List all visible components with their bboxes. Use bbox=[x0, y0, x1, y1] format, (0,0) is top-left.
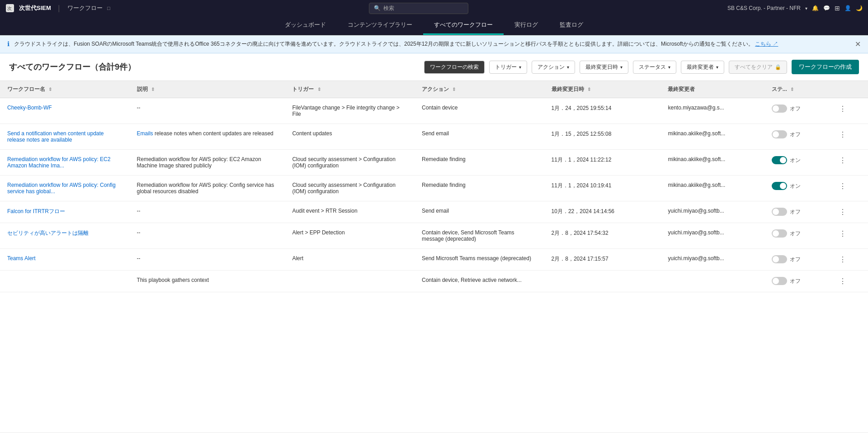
cell-status: オフ bbox=[764, 124, 829, 150]
chevron-down-icon[interactable]: ▾ bbox=[805, 6, 807, 11]
nav-execution-log[interactable]: 実行ログ bbox=[504, 16, 549, 35]
trigger-chevron-icon: ▾ bbox=[519, 65, 521, 70]
cell-status: オフ bbox=[764, 223, 829, 249]
cell-modified-date: 11月．1，2024 10:19:41 bbox=[544, 176, 661, 201]
col-header-modifier[interactable]: 最終変更者 bbox=[660, 81, 764, 98]
modifier-btn-label: 最終変更者 bbox=[687, 63, 714, 71]
banner-link[interactable]: こちら ↗ bbox=[755, 41, 778, 47]
sort-trigger-icon: ⇕ bbox=[317, 87, 321, 92]
cell-status: オン bbox=[764, 150, 829, 176]
nav-icon: □ bbox=[107, 5, 110, 11]
modifier-filter-button[interactable]: 最終変更者 ▾ bbox=[681, 61, 724, 74]
theme-icon[interactable]: 🌙 bbox=[856, 5, 863, 11]
table-row: セビリティが高いアラートは隔離 -- Alert > EPP Detection… bbox=[0, 223, 868, 249]
status-toggle[interactable] bbox=[772, 277, 787, 285]
nav-dashboard[interactable]: ダッシュボード bbox=[274, 16, 337, 35]
apps-icon[interactable]: ⊞ bbox=[835, 5, 840, 12]
nav-divider: │ bbox=[57, 5, 61, 12]
nav-all-workflows[interactable]: すべてのワークフロー bbox=[423, 16, 504, 35]
cell-menu: ⋮ bbox=[829, 249, 868, 271]
cell-modified-date: 1月．15，2025 12:55:08 bbox=[544, 124, 661, 150]
page-content: すべてのワークフロー（合計9件） ワークフローの検索 トリガー ▾ アクション … bbox=[0, 53, 868, 432]
date-chevron-icon: ▾ bbox=[620, 65, 623, 70]
search-box[interactable]: 🔍 検索 bbox=[369, 3, 468, 14]
sort-date-icon: ⇕ bbox=[587, 87, 591, 92]
cell-status: オン bbox=[764, 176, 829, 201]
status-toggle[interactable] bbox=[772, 156, 787, 164]
toggle-container: オフ bbox=[772, 130, 822, 138]
col-header-trigger[interactable]: トリガー ⇕ bbox=[285, 81, 415, 98]
workflow-name-link[interactable]: Teams Alert bbox=[7, 255, 36, 262]
toggle-knob bbox=[773, 278, 779, 284]
toggle-container: オン bbox=[772, 156, 822, 164]
trigger-filter-button[interactable]: トリガー ▾ bbox=[489, 61, 527, 74]
cell-action: Remediate finding bbox=[415, 150, 544, 176]
status-toggle[interactable] bbox=[772, 229, 787, 238]
col-header-modified-date[interactable]: 最終変更日時 ⇕ bbox=[544, 81, 661, 98]
col-header-status[interactable]: ステ... ⇕ bbox=[764, 81, 829, 98]
cell-modifier: yuichi.miyao@g.softb... bbox=[660, 249, 764, 271]
cell-workflow-name: セビリティが高いアラートは隔離 bbox=[0, 223, 130, 249]
row-menu-button[interactable]: ⋮ bbox=[836, 255, 849, 264]
toggle-knob bbox=[780, 183, 786, 189]
row-menu-button[interactable]: ⋮ bbox=[836, 104, 849, 114]
clear-all-button[interactable]: すべてをクリア 🔒 bbox=[729, 61, 787, 74]
status-filter-button[interactable]: ステータス ▾ bbox=[633, 61, 676, 74]
status-toggle[interactable] bbox=[772, 130, 787, 138]
search-icon: 🔍 bbox=[374, 5, 381, 11]
toggle-container: オフ bbox=[772, 255, 822, 263]
status-toggle[interactable] bbox=[772, 105, 787, 113]
cell-workflow-name: Remediation workflow for AWS policy: EC2… bbox=[0, 150, 130, 176]
banner-close-button[interactable]: ✕ bbox=[855, 40, 861, 48]
row-menu-button[interactable]: ⋮ bbox=[836, 181, 849, 191]
table-row: Teams Alert -- Alert Send Microsoft Team… bbox=[0, 249, 868, 271]
col-header-description[interactable]: 説明 ⇕ bbox=[130, 81, 285, 98]
workflow-name-link[interactable]: Remediation workflow for AWS policy: EC2… bbox=[7, 156, 110, 169]
workflow-name-link[interactable]: Send a notification when content update … bbox=[7, 130, 104, 143]
cell-trigger: FileVantage change > File integrity chan… bbox=[285, 98, 415, 124]
workflow-name-link[interactable]: セビリティが高いアラートは隔離 bbox=[7, 230, 89, 236]
nav-audit-log[interactable]: 監査ログ bbox=[549, 16, 594, 35]
main-navigation: ダッシュボード コンテンツライブラリー すべてのワークフロー 実行ログ 監査ログ bbox=[0, 16, 868, 35]
cell-trigger: Alert > EPP Detection bbox=[285, 223, 415, 249]
top-right-icons: SB C&S Corp. - Partner - NFR ▾ 🔔 💬 ⊞ 👤 🌙 bbox=[727, 5, 863, 12]
workflow-name-link[interactable]: Cheeky-Bomb-WF bbox=[7, 105, 52, 111]
status-toggle[interactable] bbox=[772, 182, 787, 190]
toggle-knob bbox=[773, 209, 779, 215]
cell-description: This playbook gathers context bbox=[130, 271, 285, 292]
create-workflow-button[interactable]: ワークフローの作成 bbox=[792, 60, 859, 74]
bell-icon[interactable]: 🔔 bbox=[812, 5, 819, 11]
search-placeholder: 検索 bbox=[383, 5, 394, 12]
toggle-knob bbox=[780, 157, 786, 163]
toggle-label: オフ bbox=[790, 208, 801, 216]
cell-modifier: kento.miyazawa@g.s... bbox=[660, 98, 764, 124]
status-toggle[interactable] bbox=[772, 208, 787, 216]
row-menu-button[interactable]: ⋮ bbox=[836, 156, 849, 165]
table-row: Remediation workflow for AWS policy: EC2… bbox=[0, 150, 868, 176]
date-btn-label: 最終変更日時 bbox=[585, 63, 618, 71]
workflow-breadcrumb[interactable]: ワークフロー bbox=[67, 4, 103, 12]
workflow-name-link[interactable]: Remediation workflow for AWS policy: Con… bbox=[7, 182, 116, 195]
cell-status: オフ bbox=[764, 271, 829, 292]
row-menu-button[interactable]: ⋮ bbox=[836, 130, 849, 139]
cell-action: Send Microsoft Teams message (deprecated… bbox=[415, 249, 544, 271]
search-workflows-button[interactable]: ワークフローの検索 bbox=[424, 61, 485, 74]
chat-icon[interactable]: 💬 bbox=[823, 5, 830, 11]
cell-action: Send email bbox=[415, 201, 544, 223]
date-filter-button[interactable]: 最終変更日時 ▾ bbox=[580, 61, 628, 74]
cell-workflow-name: Cheeky-Bomb-WF bbox=[0, 98, 130, 124]
col-header-name[interactable]: ワークフロー名 ⇕ bbox=[0, 81, 130, 98]
workflow-name-link[interactable]: Falcon for ITRTRフロー bbox=[7, 208, 65, 214]
clear-all-label: すべてをクリア bbox=[735, 63, 773, 71]
banner-main-text: クラウドストライクは、Fusion SOARのMicrosoft Teams統合… bbox=[14, 41, 754, 47]
nav-content-library[interactable]: コンテンツライブラリー bbox=[337, 16, 423, 35]
row-menu-button[interactable]: ⋮ bbox=[836, 207, 849, 217]
status-toggle[interactable] bbox=[772, 255, 787, 263]
row-menu-button[interactable]: ⋮ bbox=[836, 276, 849, 286]
action-filter-button[interactable]: アクション ▾ bbox=[532, 61, 575, 74]
lock-icon: 🔒 bbox=[775, 64, 781, 70]
col-header-action[interactable]: アクション ⇕ bbox=[415, 81, 544, 98]
cell-trigger: Content updates bbox=[285, 124, 415, 150]
row-menu-button[interactable]: ⋮ bbox=[836, 229, 849, 238]
user-icon[interactable]: 👤 bbox=[844, 5, 851, 11]
